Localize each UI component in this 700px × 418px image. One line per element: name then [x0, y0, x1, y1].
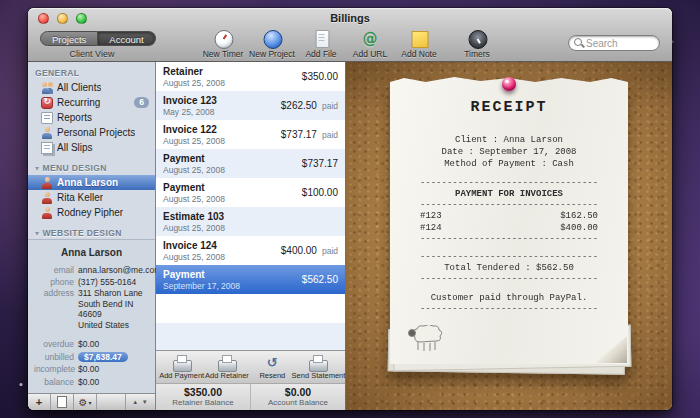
contact-total-row: incomplete $0.00 [34, 364, 149, 375]
transaction-row[interactable]: Retainer August 25, 2008 $350.00 [156, 62, 345, 91]
receipt-divider: --------------------------------- [390, 274, 628, 284]
receipt-client-line: Client : Anna Larson [390, 134, 628, 146]
pin-icon [502, 77, 516, 91]
sidebar-group-title[interactable]: MENU DESIGN [28, 161, 155, 175]
sidebar-item[interactable]: Rita Keller [28, 190, 155, 205]
sidebar-item[interactable]: All Clients [28, 80, 155, 95]
action-button[interactable]: Resend [250, 354, 295, 380]
paid-badge: paid [322, 130, 338, 140]
receipt-item-amount: $400.00 [560, 222, 598, 234]
sidebar-item-label: Personal Projects [57, 127, 135, 138]
action-button[interactable]: Add Retainer [204, 354, 249, 380]
transaction-row[interactable]: Payment August 25, 2008 $100.00 [156, 178, 345, 207]
minimize-button[interactable] [57, 13, 68, 24]
contact-row-value: 311 Sharon Lane South Bend IN 46609 Unit… [78, 288, 149, 330]
contact-total-row: overdue $0.00 [34, 339, 149, 350]
contact-row-value: (317) 555-0164 [78, 277, 136, 288]
sidebar-item-label: Reports [57, 112, 92, 123]
transaction-row[interactable]: Payment September 17, 2008 $562.50 [156, 265, 345, 294]
paid-badge: paid [322, 246, 338, 256]
sidebar-scroll-arrows[interactable] [125, 394, 155, 410]
transaction-date: August 25, 2008 [163, 136, 225, 146]
transaction-title: Invoice 122 [163, 124, 225, 136]
receipt-section-header: PAYMENT FOR INVOICES [390, 188, 628, 200]
gear-menu-button[interactable] [74, 394, 97, 410]
transaction-row[interactable]: Estimate 103 August 25, 2008 [156, 207, 345, 236]
sidebar: GENERAL All Clients Recurring 6 [28, 62, 156, 410]
transaction-row[interactable]: Invoice 124 August 25, 2008 $400.00 paid [156, 236, 345, 265]
transaction-date: August 25, 2008 [163, 78, 225, 88]
toolbar-button-icon [465, 30, 489, 49]
sidebar-item[interactable]: Rodney Pipher [28, 205, 155, 220]
sidebar-item[interactable]: Anna Larson [28, 175, 155, 190]
receipt-item: #123 $162.50 [420, 210, 598, 222]
sidebar-group-website-design: WEBSITE DESIGN Angelina Heart Creative B… [28, 226, 155, 239]
titlebar[interactable]: Billings [28, 8, 672, 28]
contact-total-row: unbilled $7,638.47 [34, 352, 149, 363]
toolbar-button[interactable]: Add Note [395, 30, 444, 59]
zoom-button[interactable] [76, 13, 87, 24]
contact-row-label: address [34, 288, 74, 330]
paid-badge: paid [322, 101, 338, 111]
transaction-row[interactable]: Invoice 123 May 25, 2008 $262.50 paid [156, 91, 345, 120]
contact-row: phone (317) 555-0164 [34, 277, 149, 288]
main-content: GENERAL All Clients Recurring 6 [28, 62, 672, 410]
balances-bar: $350.00 Retainer Balance $0.00 Account B… [156, 383, 345, 410]
sidebar-item-label: All Clients [57, 82, 101, 93]
contact-total-value: $0.00 [78, 377, 99, 388]
transaction-amount: $737.17 [302, 158, 338, 169]
receipt-divider: --------------------------------- [390, 234, 628, 244]
toolbar-button[interactable]: Add File [297, 30, 346, 59]
transactions-action-bar: Add Payment Add Retainer Resend [156, 350, 345, 383]
receipt-item: #124 $400.00 [420, 222, 598, 234]
toolbar-button[interactable]: New Timer [199, 30, 248, 59]
receipt-item-id: #123 [420, 210, 442, 222]
transaction-row[interactable]: Invoice 122 August 25, 2008 $737.17 paid [156, 120, 345, 149]
receipt-item-id: #124 [420, 222, 442, 234]
balance-block: $0.00 Account Balance [251, 384, 345, 410]
toolbar-button[interactable]: New Project [248, 30, 297, 59]
transaction-title: Retainer [163, 66, 225, 78]
sidebar-item[interactable]: Reports [28, 110, 155, 125]
toolbar-button-label: New Project [249, 49, 295, 59]
toolbar-button-label: Add File [305, 49, 336, 59]
action-button-icon [171, 354, 193, 371]
close-button[interactable] [38, 13, 49, 24]
transaction-row[interactable]: Payment August 25, 2008 $737.17 [156, 149, 345, 178]
sidebar-group-menu-design: MENU DESIGN Anna Larson Rita Keller [28, 161, 155, 220]
transaction-date: August 25, 2008 [163, 252, 225, 262]
add-button[interactable] [28, 394, 51, 410]
new-slip-button[interactable] [51, 394, 74, 410]
sidebar-item[interactable]: Recurring 6 [28, 95, 155, 110]
sidebar-item[interactable]: All Slips [28, 140, 155, 155]
sidebar-item-icon [41, 142, 53, 154]
window-title: Billings [28, 8, 672, 28]
transaction-date: August 25, 2008 [163, 194, 225, 204]
action-button-label: Add Payment [159, 371, 204, 380]
balance-amount: $350.00 [156, 386, 250, 398]
transaction-amount: $350.00 [302, 71, 338, 82]
balance-label: Account Balance [251, 398, 345, 407]
receipt-note: RECEIPT Client : Anna Larson Date : Sept… [390, 76, 628, 364]
toolbar-button-icon [309, 30, 333, 49]
action-button[interactable]: Add Payment [159, 354, 204, 380]
toolbar: Projects Account Client View New Timer N… [28, 28, 672, 62]
segment-button[interactable]: Projects [40, 31, 98, 46]
contact-total-label: incomplete [34, 364, 74, 375]
contact-panel: Anna Larson email anna.larson@me.com pho… [28, 239, 155, 393]
sidebar-item-icon [41, 97, 53, 109]
sidebar-item-icon [41, 192, 53, 204]
action-button-icon [261, 354, 283, 371]
action-button[interactable]: Send Statement [295, 354, 342, 380]
toolbar-button[interactable]: Timers [453, 30, 502, 59]
search-input[interactable] [586, 38, 654, 49]
contact-total-value: $0.00 [78, 364, 99, 375]
transaction-date: August 25, 2008 [163, 165, 225, 175]
contact-total-label: overdue [34, 339, 74, 350]
action-button-label: Resend [259, 371, 285, 380]
sidebar-item[interactable]: Personal Projects [28, 125, 155, 140]
toolbar-button[interactable]: Add URL [346, 30, 395, 59]
receipt-title: RECEIPT [390, 99, 628, 117]
segment-button[interactable]: Account [98, 31, 155, 46]
sidebar-group-title[interactable]: WEBSITE DESIGN [28, 226, 155, 239]
